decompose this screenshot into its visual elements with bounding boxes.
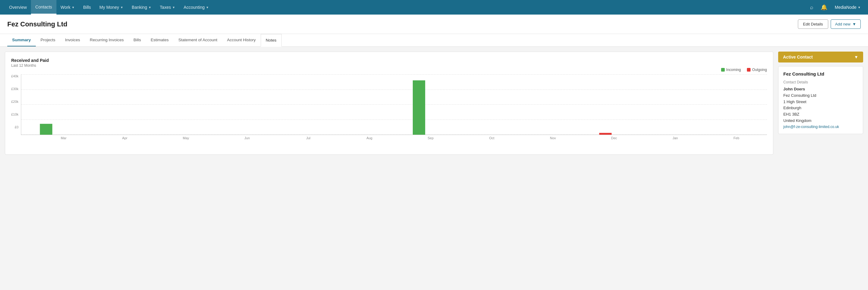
- tab-projects[interactable]: Projects: [36, 34, 60, 46]
- tab-estimates-label: Estimates: [151, 38, 168, 42]
- legend-outgoing: Outgoing: [747, 68, 767, 72]
- outgoing-label: Outgoing: [752, 68, 767, 72]
- contact-address-line1: 1 High Street: [783, 99, 858, 105]
- chart-plot-wrapper: Mar Apr May Jun Jul Aug Sep Oct Nov Dec …: [21, 74, 767, 140]
- y-label-0: £0: [15, 125, 19, 129]
- x-label-jun: Jun: [216, 136, 278, 140]
- tabs-bar: Summary Projects Invoices Recurring Invo…: [0, 34, 868, 47]
- contact-email-link[interactable]: john@f-ze-consulting-limited.co.uk: [783, 125, 839, 129]
- contact-address-postcode: EH1 3BZ: [783, 111, 858, 118]
- banking-chevron-icon: ▼: [148, 6, 151, 9]
- nav-label-contacts: Contacts: [35, 5, 52, 9]
- incoming-label: Incoming: [726, 68, 741, 72]
- nav-item-mymoney[interactable]: My Money ▼: [95, 0, 127, 14]
- nav-item-contacts[interactable]: Contacts: [31, 0, 56, 14]
- nav-item-bills[interactable]: Bills: [79, 0, 95, 14]
- tab-recurring-invoices-label: Recurring Invoices: [90, 38, 124, 42]
- taxes-chevron-icon: ▼: [172, 6, 175, 9]
- search-button[interactable]: ⌕: [808, 3, 816, 12]
- x-label-dec: Dec: [584, 136, 645, 140]
- tab-recurring-invoices[interactable]: Recurring Invoices: [85, 34, 129, 46]
- chart-plot-area: [21, 74, 767, 135]
- tab-notes-label: Notes: [266, 38, 277, 42]
- tab-account-history-label: Account History: [227, 38, 256, 42]
- x-label-apr: Apr: [94, 136, 155, 140]
- chart-subtitle: Last 12 Months: [11, 63, 767, 68]
- header-actions: Edit Details Add new ▼: [798, 20, 861, 29]
- user-label: MediaNode: [835, 5, 857, 10]
- contact-section-label: Contact Details: [783, 80, 858, 84]
- nav-item-accounting[interactable]: Accounting ▼: [179, 0, 213, 14]
- active-contact-label: Active Contact: [783, 55, 813, 60]
- tab-notes[interactable]: Notes: [261, 34, 282, 47]
- active-contact-button[interactable]: Active Contact ▼: [778, 52, 863, 63]
- notifications-button[interactable]: 🔔: [818, 3, 830, 12]
- tab-invoices[interactable]: Invoices: [60, 34, 85, 46]
- x-label-jul: Jul: [278, 136, 339, 140]
- tab-account-history[interactable]: Account History: [222, 34, 261, 46]
- tab-statement[interactable]: Statement of Account: [174, 34, 222, 46]
- legend-incoming: Incoming: [721, 68, 741, 72]
- tab-invoices-label: Invoices: [65, 38, 80, 42]
- tab-bills-label: Bills: [133, 38, 141, 42]
- nav-label-bills: Bills: [83, 5, 91, 10]
- work-chevron-icon: ▼: [72, 6, 75, 9]
- sidebar: Active Contact ▼ Fez Consulting Ltd Cont…: [778, 52, 863, 155]
- x-label-mar: Mar: [33, 136, 94, 140]
- accounting-chevron-icon: ▼: [206, 6, 209, 9]
- nav-label-taxes: Taxes: [160, 5, 171, 10]
- bar-mar-incoming: [40, 124, 52, 135]
- add-new-chevron-icon: ▼: [852, 22, 856, 26]
- tab-summary[interactable]: Summary: [7, 34, 36, 46]
- tab-bills[interactable]: Bills: [129, 34, 146, 46]
- contact-card: Fez Consulting Ltd Contact Details John …: [778, 66, 863, 134]
- x-label-jan: Jan: [645, 136, 706, 140]
- nav-label-banking: Banking: [132, 5, 147, 10]
- y-axis: £40k £30k £20k £10k £0: [11, 74, 21, 129]
- nav-label-mymoney: My Money: [99, 5, 119, 10]
- nav-item-taxes[interactable]: Taxes ▼: [156, 0, 179, 14]
- y-label-20k: £20k: [11, 100, 19, 103]
- nav-label-work: Work: [61, 5, 70, 10]
- y-label-10k: £10k: [11, 112, 19, 116]
- user-menu[interactable]: MediaNode ▼: [832, 5, 863, 10]
- incoming-dot: [721, 68, 725, 72]
- user-chevron-icon: ▼: [858, 6, 861, 9]
- nav-item-overview[interactable]: Overview: [5, 0, 31, 14]
- contact-address-city: Edinburgh: [783, 105, 858, 111]
- tab-summary-label: Summary: [12, 38, 31, 42]
- add-new-label: Add new: [835, 22, 851, 26]
- tab-projects-label: Projects: [41, 38, 56, 42]
- nav-label-overview: Overview: [9, 5, 27, 10]
- active-contact-chevron-icon: ▼: [854, 55, 858, 60]
- contact-address-country: United Kingdom: [783, 118, 858, 124]
- x-label-aug: Aug: [339, 136, 400, 140]
- mymoney-chevron-icon: ▼: [120, 6, 123, 9]
- chart-section: Received and Paid Last 12 Months Incomin…: [5, 52, 773, 155]
- page-title: Fez Consulting Ltd: [7, 20, 67, 28]
- contact-card-name: Fez Consulting Ltd: [783, 71, 858, 76]
- x-label-sep: Sep: [400, 136, 461, 140]
- nav-item-banking[interactable]: Banking ▼: [127, 0, 156, 14]
- x-axis: Mar Apr May Jun Jul Aug Sep Oct Nov Dec …: [33, 136, 767, 140]
- add-new-button[interactable]: Add new ▼: [831, 20, 861, 29]
- nav-item-work[interactable]: Work ▼: [57, 0, 79, 14]
- chart-legend: Incoming Outgoing: [11, 68, 767, 72]
- page-header: Fez Consulting Ltd Edit Details Add new …: [0, 14, 868, 34]
- edit-details-button[interactable]: Edit Details: [798, 20, 828, 29]
- bar-nov-outgoing: [599, 133, 612, 135]
- chart-area: £40k £30k £20k £10k £0: [11, 74, 767, 140]
- x-label-nov: Nov: [522, 136, 584, 140]
- chart-title: Received and Paid: [11, 58, 767, 63]
- contact-company: Fez Consulting Ltd: [783, 93, 858, 99]
- x-label-may: May: [155, 136, 217, 140]
- main-layout: Received and Paid Last 12 Months Incomin…: [0, 47, 868, 160]
- nav-bar: Overview Contacts Work ▼ Bills My Money …: [0, 0, 868, 14]
- tab-estimates[interactable]: Estimates: [146, 34, 173, 46]
- bar-sep-incoming: [413, 80, 425, 135]
- contact-person: John Doers: [783, 86, 858, 93]
- bar-chart-svg: [21, 74, 767, 135]
- outgoing-dot: [747, 68, 750, 72]
- nav-label-accounting: Accounting: [184, 5, 205, 10]
- y-label-40k: £40k: [11, 74, 19, 78]
